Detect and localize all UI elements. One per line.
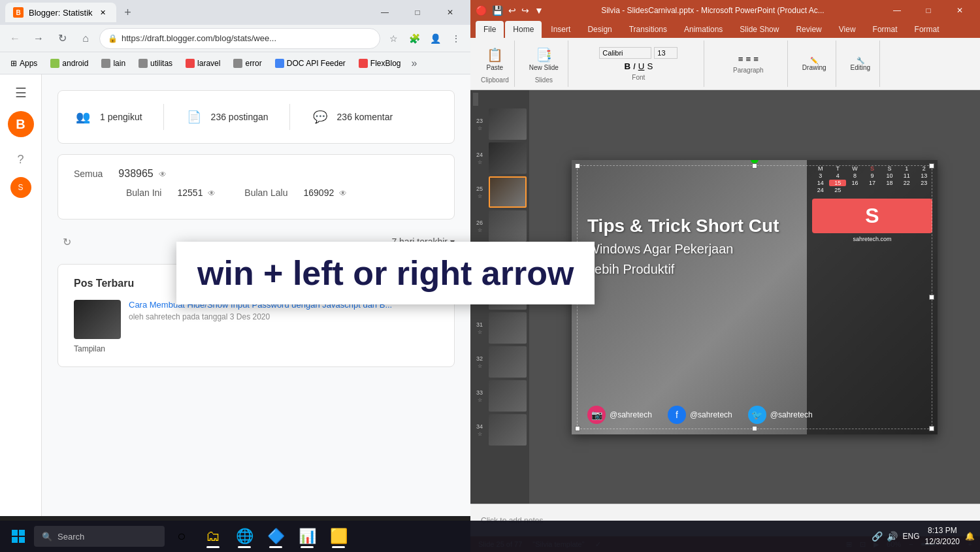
strikethrough-btn[interactable]: S: [647, 61, 653, 71]
star-icon-24: ☆: [478, 159, 482, 165]
twitter-social: 🐦 @sahretech: [748, 406, 813, 424]
align-left-btn[interactable]: ≡: [738, 54, 743, 64]
ppt-maximize-btn[interactable]: □: [913, 1, 943, 20]
bookmark-flexblog[interactable]: FlexBlog: [353, 56, 406, 71]
ppt-slide-canvas[interactable]: MTWSS 1234 891011 131415161718 22232425 …: [572, 160, 938, 434]
taskbar-file-explorer[interactable]: 🗂: [199, 522, 227, 551]
help-icon[interactable]: ?: [17, 153, 24, 167]
user-avatar[interactable]: S: [10, 177, 31, 198]
notification-icon[interactable]: 🔔: [965, 532, 975, 541]
new-tab-btn[interactable]: +: [119, 3, 137, 22]
minimize-btn[interactable]: —: [370, 3, 400, 22]
ribbon-tab-review[interactable]: Review: [788, 21, 829, 38]
chrome-icon: 🌐: [236, 528, 253, 545]
bookmark-lain[interactable]: lain: [96, 56, 131, 71]
ribbon-tab-format1[interactable]: Format: [865, 21, 906, 38]
menu-btn[interactable]: ⋮: [447, 29, 465, 48]
slide-31[interactable]: 31☆: [473, 312, 527, 344]
ppt-titlebar: 🔴 💾 ↩ ↪ ▼ Silvia - SlidesCarnival.pptx -…: [470, 0, 980, 21]
posts-icon: 📄: [185, 108, 203, 126]
home-btn[interactable]: ⌂: [76, 29, 95, 48]
bookmark-doc-api[interactable]: DOC API Feeder: [270, 56, 351, 71]
bookmark-apps[interactable]: ⊞ Apps: [5, 56, 42, 71]
address-bar[interactable]: 🔒 https://draft.blogger.com/blog/stats/w…: [99, 28, 380, 49]
ribbon-tab-design[interactable]: Design: [580, 21, 619, 38]
windows-icon: [12, 530, 25, 543]
slide-24[interactable]: 24☆: [473, 142, 527, 174]
slide-34[interactable]: 34☆: [473, 414, 527, 446]
apps-label: Apps: [20, 59, 37, 68]
ribbon-tab-view[interactable]: View: [831, 21, 864, 38]
tab-title: Blogger: Statistik: [29, 8, 93, 18]
ppt-minimize-btn[interactable]: —: [882, 1, 912, 20]
italic-btn[interactable]: I: [633, 61, 636, 71]
views-month-row: Bulan Ini 12551 👁 Bulan Lalu 169092 👁: [74, 187, 438, 198]
editing-btn[interactable]: 🔧 Editing: [847, 54, 875, 74]
ribbon-tab-home[interactable]: Home: [505, 21, 542, 38]
maximize-btn[interactable]: □: [402, 3, 433, 22]
extension-btn[interactable]: 🧩: [405, 29, 423, 48]
ribbon-tab-transitions[interactable]: Transitions: [621, 21, 675, 38]
taskbar-clock[interactable]: 8:13 PM 12/3/2020: [925, 525, 960, 547]
bookmark-android[interactable]: android: [45, 56, 93, 71]
paste-btn[interactable]: 📋 Paste: [483, 44, 508, 74]
star-icon-25: ☆: [478, 193, 482, 199]
drawing-btn[interactable]: ✏️ Drawing: [798, 54, 830, 74]
slide-23[interactable]: 23☆: [473, 108, 527, 140]
bookmark-utilitas[interactable]: utilitas: [133, 56, 178, 71]
taskbar-search[interactable]: 🔍 Search: [34, 526, 165, 547]
ribbon-tab-file[interactable]: File: [476, 21, 504, 38]
slide-32[interactable]: 32☆: [473, 346, 527, 378]
ribbon-tab-format2[interactable]: Format: [907, 21, 947, 38]
bold-btn[interactable]: B: [624, 61, 630, 71]
slide-33[interactable]: 33☆: [473, 380, 527, 412]
tab-close-btn[interactable]: ✕: [98, 7, 108, 18]
font-name[interactable]: Calibri: [599, 47, 651, 59]
bookmark-btn[interactable]: ☆: [384, 29, 402, 48]
ribbon-tab-slideshow[interactable]: Slide Show: [732, 21, 787, 38]
ribbon-tab-animations[interactable]: Animations: [676, 21, 730, 38]
stat-divider-2: [289, 104, 290, 130]
taskbar-edge[interactable]: 🔷: [261, 522, 290, 551]
close-btn[interactable]: ✕: [435, 3, 465, 22]
start-btn[interactable]: [5, 523, 31, 549]
refresh-btn[interactable]: ↻: [57, 233, 76, 251]
reload-btn[interactable]: ↻: [52, 29, 72, 48]
ppt-win-controls: — □ ✕: [882, 1, 975, 20]
comments-icon: 💬: [311, 108, 329, 126]
taskbar-task-view[interactable]: ○: [167, 522, 196, 551]
star-icon-31: ☆: [478, 329, 482, 335]
back-btn[interactable]: ←: [5, 29, 25, 48]
ppt-close-btn[interactable]: ✕: [945, 1, 975, 20]
align-right-btn[interactable]: ≡: [753, 54, 759, 64]
taskbar-powerpoint[interactable]: 📊: [293, 522, 321, 551]
taskbar-app-yellow[interactable]: 🟨: [324, 522, 353, 551]
volume-icon[interactable]: 🔊: [887, 531, 898, 542]
slide-26[interactable]: 26☆: [473, 210, 527, 242]
instagram-handle: @sahretech: [610, 410, 652, 419]
hamburger-icon[interactable]: ☰: [15, 85, 27, 101]
facebook-social: f @sahretech: [668, 406, 732, 424]
forward-btn[interactable]: →: [29, 29, 48, 48]
paste-label: Paste: [487, 64, 504, 71]
views-month-count: 12551 👁: [177, 187, 216, 198]
ppt-icon: 📊: [299, 528, 316, 545]
language-indicator[interactable]: ENG: [903, 532, 920, 541]
slide-main-title: Tips & Trick Short Cut: [587, 215, 922, 237]
drawing-label: Drawing: [802, 64, 826, 71]
font-size[interactable]: 13: [654, 47, 678, 59]
network-icon[interactable]: 🔗: [872, 531, 883, 542]
underline-btn[interactable]: U: [638, 61, 645, 71]
browser-tab[interactable]: B Blogger: Statistik ✕: [5, 3, 116, 22]
new-slide-btn[interactable]: 📑 New Slide: [525, 44, 563, 74]
bookmark-error[interactable]: error: [228, 56, 267, 71]
slide-25[interactable]: 25☆: [473, 176, 527, 208]
font-group: Calibri 13 B I U S Font: [574, 41, 704, 87]
ribbon-tab-insert[interactable]: Insert: [543, 21, 578, 38]
taskbar-chrome[interactable]: 🌐: [230, 522, 259, 551]
url-text: https://draft.blogger.com/blog/stats/wee…: [122, 33, 276, 43]
align-center-btn[interactable]: ≡: [745, 54, 751, 64]
profile-btn[interactable]: 👤: [426, 29, 444, 48]
bookmark-laravel[interactable]: laravel: [180, 56, 225, 71]
bookmarks-more-btn[interactable]: »: [412, 57, 417, 69]
